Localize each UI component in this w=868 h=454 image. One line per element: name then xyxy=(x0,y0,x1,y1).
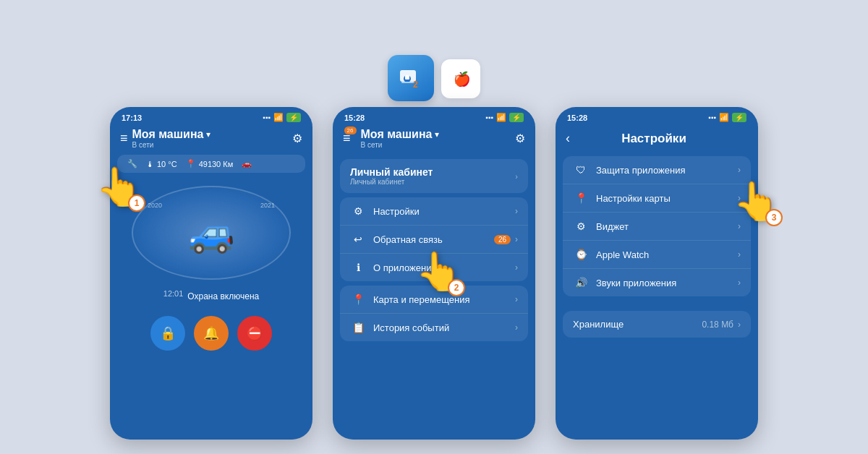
car-image: 🚙 xyxy=(188,211,235,255)
app-protection-chevron: › xyxy=(738,165,741,175)
about-chevron: › xyxy=(515,262,518,273)
gear-icon2[interactable]: ⚙ xyxy=(515,132,525,145)
menu-item-settings-label: Настройки xyxy=(373,206,515,217)
sounds-label: Звуки приложения xyxy=(596,278,738,288)
temp-info: 🌡 10 °C xyxy=(146,159,177,168)
storage-value: 0.18 Мб xyxy=(702,320,733,330)
phone2-status-icons: ▪▪▪ 📶 ⚡ xyxy=(485,113,524,122)
section1-subtitle: Личный кабинет xyxy=(350,178,433,186)
action-btn-alarm[interactable]: 🔔 xyxy=(194,316,229,351)
section1-title: Личный кабинет xyxy=(350,166,433,178)
widget-icon: ⚙ xyxy=(573,220,589,232)
settings-title: Настройки xyxy=(577,132,731,146)
phone3-status-bar: 15:28 ▪▪▪ 📶 ⚡ xyxy=(556,107,758,125)
hamburger-badge-count: 26 xyxy=(344,127,357,134)
shield-icon: 🛡 xyxy=(573,164,589,176)
phone1-header-left: ≡ Моя машина ▾ В сети xyxy=(120,128,210,149)
phone1-subtitle: В сети xyxy=(132,141,211,149)
phone2-title-group: Моя машина ▾ В сети xyxy=(361,128,440,149)
phone1-status-bar: 17:13 ▪▪▪ 📶 ⚡ xyxy=(110,107,312,125)
year-left: 2020 xyxy=(148,202,162,209)
menu-item-history-label: История событий xyxy=(373,322,515,333)
sound-icon: 🔊 xyxy=(573,277,589,288)
phone3: 15:28 ▪▪▪ 📶 ⚡ ‹ Настройки 🛡 Защита прило… xyxy=(556,107,758,440)
history-chevron: › xyxy=(515,322,518,333)
storage-label: Хранилище xyxy=(573,319,702,330)
phone2-time: 15:28 xyxy=(344,113,365,122)
history-icon: 📋 xyxy=(350,322,366,333)
menu-item-map-settings[interactable]: 📍 Настройки карты › xyxy=(563,184,751,213)
phone1-title: Моя машина xyxy=(132,128,204,141)
phone1-header: ≡ Моя машина ▾ В сети ⚙ xyxy=(110,125,312,155)
finger3-decoration: 👆 3 xyxy=(733,179,780,223)
year-right: 2021 xyxy=(260,202,275,209)
app-icon-carlock[interactable]: 2 xyxy=(388,55,434,101)
phone3-wrapper: 15:28 ▪▪▪ 📶 ⚡ ‹ Настройки 🛡 Защита прило… xyxy=(556,107,758,440)
back-button[interactable]: ‹ xyxy=(566,131,570,146)
phone3-settings-header: ‹ Настройки xyxy=(556,125,758,152)
phone2-status-bar: 15:28 ▪▪▪ 📶 ⚡ xyxy=(333,107,535,125)
signal-icon3: ▪▪▪ xyxy=(708,113,716,121)
menu-item-app-protection[interactable]: 🛡 Защита приложения › xyxy=(563,156,751,184)
action-btn-lock[interactable]: 🔒 xyxy=(150,316,185,351)
map-settings-label: Настройки карты xyxy=(596,193,738,204)
apple-watch-chevron: › xyxy=(738,249,741,260)
phone1: 17:13 ▪▪▪ 📶 ⚡ ≡ Моя машина ▾ xyxy=(110,107,312,440)
number1-badge: 1 xyxy=(128,194,145,212)
settings-chevron: › xyxy=(515,206,518,216)
info-icon: ℹ xyxy=(350,262,366,273)
menu-item-map-label: Карта и перемещения xyxy=(373,294,515,305)
chevron-down-icon2[interactable]: ▾ xyxy=(435,129,439,140)
apple-watch-label: Apple Watch xyxy=(596,249,738,260)
gear-icon[interactable]: ⚙ xyxy=(292,132,302,145)
hamburger-icon[interactable]: ≡ xyxy=(120,131,128,145)
phone3-storage-section: Хранилище 0.18 Мб › xyxy=(563,311,751,338)
map-icon: 📍 xyxy=(350,294,366,305)
apple-watch-icon: ⌚ xyxy=(573,249,589,260)
location-info: 📍 49130 Км xyxy=(186,159,234,168)
feedback-chevron: › xyxy=(515,234,518,244)
app-icon-apple[interactable]:  🍎 xyxy=(441,59,480,98)
menu-item-history[interactable]: 📋 История событий › xyxy=(340,314,528,341)
phone2-section1: Личный кабинет Личный кабинет › xyxy=(340,159,528,193)
top-icons-area: 2  🍎 xyxy=(0,0,868,101)
chevron-down-icon[interactable]: ▾ xyxy=(206,129,210,140)
number2-badge: 2 xyxy=(448,279,465,296)
svg-rect-2 xyxy=(405,75,409,80)
door-icon: 🚗 xyxy=(242,159,252,168)
hamburger-container: ≡ xyxy=(120,131,128,146)
hamburger-badge-container: ≡ 26 xyxy=(343,131,351,146)
section1-chevron: › xyxy=(515,172,518,181)
phone1-status-text: Охрана включена xyxy=(187,291,259,301)
door-info: 🚗 xyxy=(242,159,252,168)
signal-icon2: ▪▪▪ xyxy=(485,113,493,121)
menu-item-settings[interactable]: ⚙ Настройки › xyxy=(340,197,528,226)
phone2-wrapper: 15:28 ▪▪▪ 📶 ⚡ ≡ 26 xyxy=(333,107,535,440)
svg-text:🍎: 🍎 xyxy=(454,71,471,87)
wifi-icon3: 📶 xyxy=(719,113,729,122)
phone1-info-bar: 🔧 🌡 10 °C 📍 49130 Км 🚗 xyxy=(117,155,305,173)
app-icons: 2  🍎 xyxy=(388,55,480,101)
menu-item-sounds[interactable]: 🔊 Звуки приложения › xyxy=(563,269,751,296)
phone1-temp: 10 °C xyxy=(157,160,177,168)
sounds-chevron: › xyxy=(738,278,741,288)
menu-item-widget[interactable]: ⚙ Виджет › xyxy=(563,213,751,241)
phone2-header: ≡ 26 Моя машина ▾ В сети ⚙ xyxy=(333,125,535,155)
section1-header[interactable]: Личный кабинет Личный кабинет › xyxy=(340,159,528,193)
menu-item-apple-watch[interactable]: ⌚ Apple Watch › xyxy=(563,241,751,269)
menu-item-storage[interactable]: Хранилище 0.18 Мб › xyxy=(563,311,751,338)
phone1-actions: 🔒 🔔 ⛔ xyxy=(110,309,312,358)
storage-chevron: › xyxy=(738,320,741,330)
section-divider xyxy=(556,301,758,307)
phones-container: 17:13 ▪▪▪ 📶 ⚡ ≡ Моя машина ▾ xyxy=(110,107,758,440)
phone1-time: 17:13 xyxy=(122,113,142,122)
wifi-icon2: 📶 xyxy=(496,113,506,122)
wifi-icon: 📶 xyxy=(273,113,284,122)
phone2-section2: 📍 Карта и перемещения › 📋 История событи… xyxy=(340,286,528,341)
action-btn-stop[interactable]: ⛔ xyxy=(237,316,272,351)
phone1-status-time: 12:01 xyxy=(163,289,184,298)
menu-item-feedback-label: Обратная связь xyxy=(373,234,494,245)
phone3-settings-section: 🛡 Защита приложения › 📍 Настройки карты … xyxy=(563,156,751,296)
signal-icon: ▪▪▪ xyxy=(263,113,271,121)
svg-text:2: 2 xyxy=(413,80,418,90)
